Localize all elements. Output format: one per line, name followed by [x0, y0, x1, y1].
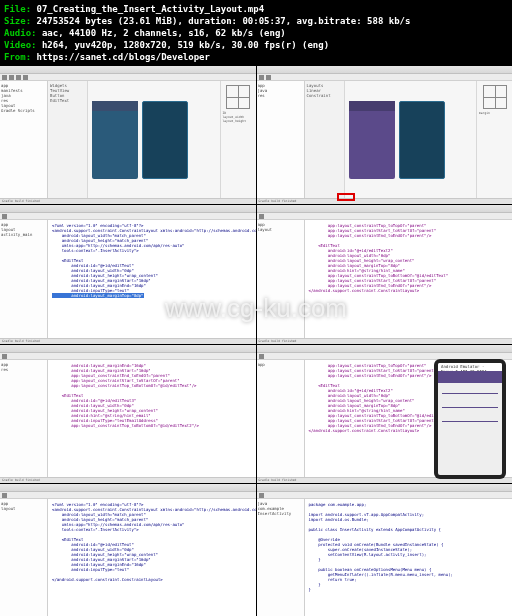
emulator-text-field[interactable] [442, 414, 498, 422]
device-preview[interactable] [349, 101, 395, 179]
tree-item[interactable]: app [258, 362, 303, 367]
from-label: From: [4, 52, 31, 62]
tree-item[interactable]: Gradle Scripts [1, 108, 46, 113]
ide-pane-xml-4: app app:layout_constraintTop_toTopOf="pa… [257, 345, 513, 483]
window-titlebar [0, 484, 256, 492]
ide-pane-java: java com.example InsertActivity package … [257, 484, 513, 616]
palette-item[interactable]: Constraint [307, 93, 342, 98]
toolbar-icon[interactable] [9, 75, 14, 80]
main-toolbar [257, 74, 513, 81]
file-value: 07_Creating_the_Insert_Activity_Layout.m… [37, 4, 265, 14]
tree-item[interactable]: InsertActivity [258, 511, 303, 516]
code-editor[interactable]: android:layout_marginEnd="16dp" android:… [48, 360, 256, 477]
tree-item[interactable]: layout [258, 227, 303, 232]
ide-pane-xml-2: app layout app:layout_constraintTop_toTo… [257, 205, 513, 343]
palette-item[interactable]: EditText [50, 98, 85, 103]
status-bar: Gradle build finished [257, 338, 513, 344]
audio-value: aac, 44100 Hz, 2 channels, s16, 62 kb/s … [42, 28, 286, 38]
ide-pane-design-2: app java res Layouts Linear Constraint [257, 66, 513, 204]
toolbar-icon[interactable] [2, 354, 7, 359]
size-label: Size: [4, 16, 31, 26]
main-toolbar [0, 74, 256, 81]
ide-pane-xml-3: app res android:layout_marginEnd="16dp" … [0, 345, 256, 483]
toolbar-icon[interactable] [259, 354, 264, 359]
size-value: 24753524 bytes (23.61 MiB), duration: 00… [37, 16, 411, 26]
main-toolbar [0, 213, 256, 220]
tree-item[interactable]: res [258, 93, 303, 98]
audio-label: Audio: [4, 28, 37, 38]
attributes-panel[interactable]: ID layout_width layout_height [220, 81, 256, 198]
highlight-marker [337, 193, 355, 201]
ide-pane-xml-1: app layout activity_main <?xml version="… [0, 205, 256, 343]
window-titlebar [0, 205, 256, 213]
tree-item[interactable]: res [1, 367, 46, 372]
toolbar-icon[interactable] [259, 214, 264, 219]
toolbar-icon[interactable] [23, 75, 28, 80]
design-canvas[interactable] [88, 81, 220, 198]
device-preview[interactable] [92, 101, 138, 179]
emulator-app-bar [438, 371, 502, 383]
file-label: File: [4, 4, 31, 14]
video-label: Video: [4, 40, 37, 50]
media-info-header: File: 07_Creating_the_Insert_Activity_La… [0, 0, 512, 66]
blueprint-preview[interactable] [142, 101, 188, 179]
status-bar: Gradle build finished [0, 198, 256, 204]
constraint-widget[interactable] [483, 85, 507, 109]
toolbar-icon[interactable] [2, 214, 7, 219]
attr-row[interactable]: margin [479, 111, 510, 115]
toolbar-icon[interactable] [2, 75, 7, 80]
attributes-panel[interactable]: margin [476, 81, 512, 198]
project-tree[interactable]: app res [0, 360, 48, 477]
widget-palette[interactable]: Layouts Linear Constraint [305, 81, 345, 198]
code-line: </android.support.constraint.ConstraintL… [52, 577, 163, 582]
code-block: <?xml version="1.0" encoding="utf-8"?> <… [52, 223, 256, 293]
main-toolbar [0, 492, 256, 499]
main-toolbar [257, 492, 513, 499]
project-tree[interactable]: app layout [257, 220, 305, 337]
toolbar-icon[interactable] [16, 75, 21, 80]
window-titlebar [0, 66, 256, 74]
window-titlebar [257, 205, 513, 213]
code-editor[interactable]: package com.example.app; import android.… [305, 499, 513, 616]
emulator-screen[interactable]: Android Emulator - Nexus_5_API_25:5554 [438, 363, 502, 475]
project-tree[interactable]: app layout activity_main [0, 220, 48, 337]
emulator-title: Android Emulator - Nexus_5_API_25:5554 [438, 363, 502, 371]
blueprint-preview[interactable] [399, 101, 445, 179]
project-tree[interactable]: app [257, 360, 305, 477]
project-tree[interactable]: java com.example InsertActivity [257, 499, 305, 616]
video-value: h264, yuv420p, 1280x720, 519 kb/s, 30.00… [42, 40, 329, 50]
thumbnail-grid: app manifests java res layout Gradle Scr… [0, 66, 512, 616]
ide-pane-design-1: app manifests java res layout Gradle Scr… [0, 66, 256, 204]
code-block: <?xml version="1.0" encoding="utf-8"?> <… [52, 502, 256, 572]
design-canvas[interactable] [345, 81, 477, 198]
code-editor[interactable]: app:layout_constraintTop_toTopOf="parent… [305, 220, 513, 337]
tree-item[interactable]: layout [1, 506, 46, 511]
emulator-window[interactable]: Android Emulator - Nexus_5_API_25:5554 [434, 359, 506, 479]
ide-pane-xml-5: app layout <?xml version="1.0" encoding=… [0, 484, 256, 616]
code-block: package com.example.app; import android.… [309, 502, 454, 592]
main-toolbar [257, 213, 513, 220]
code-editor[interactable]: <?xml version="1.0" encoding="utf-8"?> <… [48, 220, 256, 337]
status-bar: Gradle build finished [257, 198, 513, 204]
widget-palette[interactable]: Widgets TextView Button EditText [48, 81, 88, 198]
toolbar-icon[interactable] [266, 75, 271, 80]
toolbar-icon[interactable] [259, 493, 264, 498]
project-tree[interactable]: app manifests java res layout Gradle Scr… [0, 81, 48, 198]
from-value: https://sanet.cd/blogs/Developer [37, 52, 210, 62]
emulator-text-field[interactable] [442, 400, 498, 408]
code-block: app:layout_constraintTop_toTopOf="parent… [309, 363, 449, 433]
app-bar [92, 101, 138, 111]
code-editor[interactable]: <?xml version="1.0" encoding="utf-8"?> <… [48, 499, 256, 616]
project-tree[interactable]: app layout [0, 499, 48, 616]
main-toolbar [0, 353, 256, 360]
project-tree[interactable]: app java res [257, 81, 305, 198]
toolbar-icon[interactable] [2, 493, 7, 498]
emulator-text-field[interactable] [442, 386, 498, 394]
constraint-widget[interactable] [226, 85, 250, 109]
window-titlebar [257, 66, 513, 74]
selected-line: android:layout_marginTop="8dp" [52, 293, 144, 298]
tree-item[interactable]: activity_main [1, 232, 46, 237]
attr-row[interactable]: layout_height [223, 119, 254, 123]
toolbar-icon[interactable] [259, 75, 264, 80]
window-titlebar [257, 345, 513, 353]
